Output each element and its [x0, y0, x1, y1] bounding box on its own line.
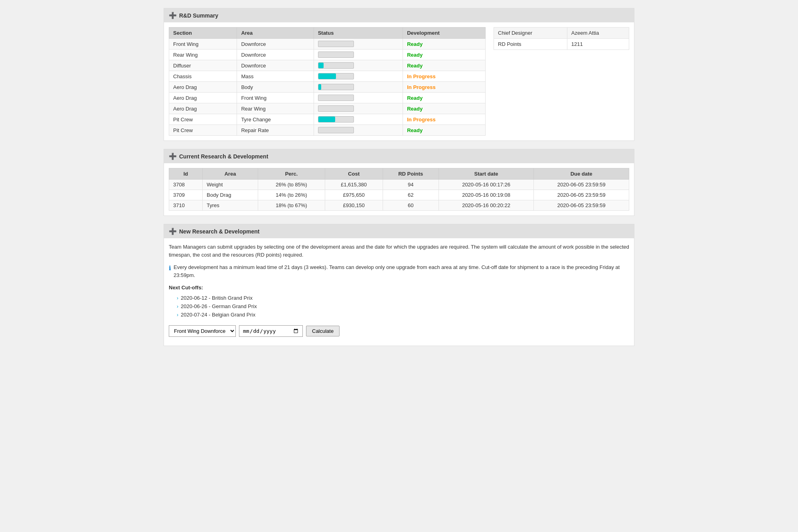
rd-info-container: Chief Designer Azeem Attia RD Points 121…: [494, 27, 629, 136]
cutoff-chevron-icon: ›: [177, 312, 178, 318]
row-section: Aero Drag: [169, 93, 237, 103]
row-section: Pit Crew: [169, 125, 237, 136]
current-rd-col: Start date: [439, 168, 534, 180]
col-development: Development: [403, 28, 486, 39]
rd-summary-row: Pit CrewTyre ChangeIn Progress: [169, 114, 486, 125]
rd-summary-table-container: Section Area Status Development Front Wi…: [169, 27, 486, 136]
rd-summary-row: Aero DragFront WingReady: [169, 93, 486, 103]
cutoff-item: ›2020-07-24 - Belgian Grand Prix: [177, 310, 629, 319]
date-input[interactable]: [239, 325, 303, 337]
row-status: In Progress: [403, 71, 486, 82]
col-area: Area: [237, 28, 314, 39]
new-rd-content: Team Managers can submit upgrades by sel…: [164, 238, 634, 346]
current-rd-row: 3708Weight26% (to 85%)£1,615,380942020-0…: [169, 180, 629, 190]
area-select[interactable]: Front Wing DownforceRear Wing DownforceD…: [169, 325, 236, 337]
row-section: Diffuser: [169, 60, 237, 71]
current-rd-col: Perc.: [258, 168, 325, 180]
cutoff-chevron-icon: ›: [177, 304, 178, 309]
new-rd-plus-icon: ➕: [169, 227, 177, 235]
row-development: [314, 114, 403, 125]
calculate-button[interactable]: Calculate: [306, 326, 340, 336]
rd-summary-plus-icon: ➕: [169, 12, 177, 19]
cutoff-text: 2020-07-24 - Belgian Grand Prix: [181, 312, 255, 318]
row-area: Downforce: [237, 60, 314, 71]
row-development: [314, 82, 403, 93]
current-rd-table: IdAreaPerc.CostRD PointsStart dateDue da…: [169, 168, 629, 211]
row-development: [314, 60, 403, 71]
row-status: Ready: [403, 103, 486, 114]
row-status: Ready: [403, 49, 486, 60]
rd-summary-row: ChassisMassIn Progress: [169, 71, 486, 82]
current-rd-cell-perc: 26% (to 85%): [258, 180, 325, 190]
current-rd-cell-area: Body Drag: [203, 190, 258, 200]
row-area: Front Wing: [237, 93, 314, 103]
col-section: Section: [169, 28, 237, 39]
info-notice-text: Every development has a minimum lead tim…: [174, 263, 629, 279]
current-rd-cell-id: 3708: [169, 180, 203, 190]
col-status: Status: [314, 28, 403, 39]
new-rd-section: ➕ New Research & Development Team Manage…: [164, 224, 634, 346]
row-section: Pit Crew: [169, 114, 237, 125]
new-rd-header: ➕ New Research & Development: [164, 224, 634, 238]
rd-summary-table: Section Area Status Development Front Wi…: [169, 27, 486, 136]
rd-summary-content: Section Area Status Development Front Wi…: [164, 22, 634, 140]
cutoff-item: ›2020-06-26 - German Grand Prix: [177, 302, 629, 310]
current-rd-cell-start_date: 2020-05-16 00:19:08: [439, 190, 534, 200]
rd-summary-row: Aero DragRear WingReady: [169, 103, 486, 114]
row-area: Mass: [237, 71, 314, 82]
current-rd-cell-rd_points: 62: [383, 190, 439, 200]
row-development: [314, 103, 403, 114]
new-rd-description: Team Managers can submit upgrades by sel…: [169, 243, 629, 259]
row-development: [314, 93, 403, 103]
rd-summary-header: ➕ R&D Summary: [164, 8, 634, 22]
current-rd-cell-rd_points: 94: [383, 180, 439, 190]
row-area: Tyre Change: [237, 114, 314, 125]
current-rd-title: Current Research & Development: [179, 153, 268, 160]
row-area: Repair Rate: [237, 125, 314, 136]
rd-points-label: RD Points: [494, 39, 567, 50]
page-container: ➕ R&D Summary Section Area Status Develo…: [164, 8, 634, 346]
current-rd-cell-cost: £1,615,380: [325, 180, 383, 190]
rd-summary-row: Front WingDownforceReady: [169, 39, 486, 49]
chief-designer-value: Azeem Attia: [567, 28, 629, 39]
cutoff-text: 2020-06-12 - British Grand Prix: [181, 295, 253, 301]
row-section: Chassis: [169, 71, 237, 82]
row-status: Ready: [403, 125, 486, 136]
row-status: Ready: [403, 60, 486, 71]
row-area: Rear Wing: [237, 103, 314, 114]
chief-designer-label: Chief Designer: [494, 28, 567, 39]
row-area: Downforce: [237, 49, 314, 60]
row-area: Downforce: [237, 39, 314, 49]
current-rd-cell-perc: 14% (to 26%): [258, 190, 325, 200]
current-rd-plus-icon: ➕: [169, 152, 177, 160]
current-rd-cell-id: 3710: [169, 200, 203, 211]
row-section: Aero Drag: [169, 103, 237, 114]
row-section: Rear Wing: [169, 49, 237, 60]
current-rd-col: Id: [169, 168, 203, 180]
current-rd-cell-due_date: 2020-06-05 23:59:59: [534, 200, 629, 211]
row-status: In Progress: [403, 82, 486, 93]
rd-summary-row: DiffuserDownforceReady: [169, 60, 486, 71]
rd-summary-layout: Section Area Status Development Front Wi…: [169, 27, 629, 136]
current-rd-cell-start_date: 2020-05-16 00:17:26: [439, 180, 534, 190]
row-status: In Progress: [403, 114, 486, 125]
current-rd-cell-cost: £930,150: [325, 200, 383, 211]
current-rd-col: Due date: [534, 168, 629, 180]
current-rd-col: RD Points: [383, 168, 439, 180]
current-rd-cell-perc: 18% (to 67%): [258, 200, 325, 211]
row-development: [314, 125, 403, 136]
cutoff-text: 2020-06-26 - German Grand Prix: [181, 303, 257, 309]
current-rd-row: 3709Body Drag14% (to 26%)£975,650622020-…: [169, 190, 629, 200]
row-section: Front Wing: [169, 39, 237, 49]
row-development: [314, 49, 403, 60]
cutoff-list: ›2020-06-12 - British Grand Prix›2020-06…: [177, 294, 629, 319]
cutoff-item: ›2020-06-12 - British Grand Prix: [177, 294, 629, 302]
current-rd-cell-due_date: 2020-06-05 23:59:59: [534, 190, 629, 200]
info-notice: ℹ Every development has a minimum lead t…: [169, 263, 629, 279]
current-rd-header: ➕ Current Research & Development: [164, 149, 634, 163]
current-rd-cell-start_date: 2020-05-16 00:20:22: [439, 200, 534, 211]
rd-summary-row: Rear WingDownforceReady: [169, 49, 486, 60]
rd-points-value: 1211: [567, 39, 629, 50]
next-cutoffs-label: Next Cut-offs:: [169, 285, 629, 291]
row-development: [314, 39, 403, 49]
